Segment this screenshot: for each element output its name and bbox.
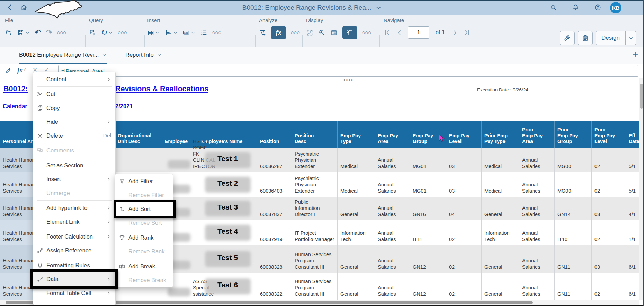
cell-parea[interactable]: Annual Salaries	[375, 220, 410, 245]
cell-parea[interactable]: Annual Salaries	[375, 172, 410, 197]
cell-pdesc[interactable]: Human Services Program Consultant III	[292, 245, 338, 273]
column-header-prgroup[interactable]: Prior Emp Pay Group	[555, 121, 592, 148]
column-header-prtype[interactable]: Prior Emp Pay Type	[482, 121, 519, 148]
bell-icon[interactable]	[572, 4, 579, 11]
clipboard-button[interactable]	[578, 31, 593, 45]
cell-prtype[interactable]: Medical	[482, 172, 519, 197]
table-button[interactable]	[147, 26, 160, 39]
column-header-pos[interactable]: Position	[257, 121, 292, 148]
bar-chart-button[interactable]	[165, 26, 178, 39]
cell-plevel[interactable]: 02	[446, 273, 482, 300]
cell-pgroup[interactable]: GN16	[410, 197, 446, 220]
cell-prarea[interactable]: Annual Salaries	[519, 197, 555, 220]
cell-prtype[interactable]: General	[482, 197, 519, 220]
drag-handle-dots[interactable]: ••••	[343, 77, 354, 83]
cell-prarea[interactable]: Annual Salaries	[519, 148, 555, 172]
menu-item-insert[interactable]: Insert	[33, 172, 115, 186]
cell-name[interactable]: Test 5	[198, 245, 257, 273]
cell-parea[interactable]: Annual Salaries	[375, 273, 410, 300]
cell-prtype[interactable]: General	[482, 273, 519, 300]
search-icon[interactable]	[550, 4, 557, 11]
cell-prlevel[interactable]: 02	[592, 273, 626, 300]
cell-prarea[interactable]: Annual Salaries	[519, 172, 555, 197]
column-header-prarea[interactable]: Prior Emp Pay Area	[519, 121, 555, 148]
menu-item-content[interactable]: Content	[33, 72, 115, 86]
help-icon[interactable]: ?	[594, 4, 601, 11]
app-title-bar[interactable]: B0012: Employee Range Revisions & Rea...	[242, 4, 382, 11]
formula-input[interactable]	[58, 65, 638, 77]
cell-prlevel[interactable]: 02	[592, 148, 626, 172]
more-button[interactable]: ○○○	[57, 26, 66, 39]
cell-prgroup[interactable]: MG00	[555, 148, 592, 172]
vertical-scrollbar-thumb[interactable]	[640, 84, 643, 109]
cell-prtype[interactable]: Information Tech	[482, 220, 519, 245]
cell-prgroup[interactable]: GN14	[555, 197, 592, 220]
refresh-button[interactable]: ↻	[101, 26, 113, 39]
menu-item-add-filter[interactable]: Add Filter	[115, 174, 173, 188]
cell-prgroup[interactable]: MG00	[555, 172, 592, 197]
wrench-button[interactable]	[560, 31, 575, 45]
cell-prgroup[interactable]: IT10	[555, 220, 592, 245]
menu-item-set-as-section[interactable]: Set as Section	[33, 158, 115, 172]
more-button[interactable]: ○○○	[362, 26, 372, 39]
cell-plevel[interactable]: 02	[446, 245, 482, 273]
menu-item-cut[interactable]: Cut	[33, 87, 115, 101]
cell-plevel[interactable]: 03	[446, 148, 482, 172]
cell-pdesc[interactable]: Human Services Program Consultant III	[292, 273, 338, 300]
menu-item-assign-reference[interactable]: Assign Reference...	[33, 243, 115, 257]
column-header-parea[interactable]: Emp Pay Area	[375, 121, 410, 148]
cell-pos[interactable]: 60036287	[257, 148, 292, 172]
menu-item-copy[interactable]: Copy	[33, 101, 115, 115]
cell-prgroup[interactable]: GN11	[555, 273, 592, 300]
cell-emp[interactable]	[162, 148, 198, 172]
cell-pos[interactable]: 60038328	[257, 245, 292, 273]
nav-prev-button[interactable]	[396, 26, 403, 39]
save-button[interactable]	[17, 26, 30, 39]
cell-plevel[interactable]: 04	[446, 197, 482, 220]
menu-item-add-break[interactable]: Add Break	[115, 259, 173, 273]
cell-pos[interactable]: 60036403	[257, 172, 292, 197]
expand-button[interactable]	[306, 26, 313, 39]
edit-formula-icon[interactable]	[5, 67, 12, 74]
cell-pos[interactable]: 60038322	[257, 273, 292, 300]
cell-name[interactable]: Test 3	[198, 197, 257, 220]
design-chevron-icon[interactable]	[625, 31, 636, 45]
funnel-dot-button[interactable]	[259, 26, 266, 39]
column-header-ptype[interactable]: Emp Pay Type	[338, 121, 375, 148]
cell-prtype[interactable]: General	[482, 245, 519, 273]
menu-item-add-rank[interactable]: Add Rank	[115, 231, 173, 244]
cell-pdesc[interactable]: Public Information Director I	[292, 197, 338, 220]
cell-prlevel[interactable]: 02	[592, 172, 626, 197]
column-header-prlevel[interactable]: Prior Emp Pay Level	[592, 121, 626, 148]
cell-prlevel[interactable]: 03	[592, 245, 626, 273]
undo-button[interactable]: ↶	[35, 26, 41, 39]
chevron-down-icon[interactable]	[102, 53, 107, 57]
cell-ptype[interactable]: Medical	[338, 148, 375, 172]
abc-button[interactable]: abc	[182, 26, 195, 39]
column-header-pdesc[interactable]: Position Desc	[292, 121, 338, 148]
tab-report-info[interactable]: Report Info	[125, 47, 162, 63]
cell-pdesc[interactable]: Psychiatric Physician Extender	[292, 172, 338, 197]
cell-plevel[interactable]: 03	[446, 172, 482, 197]
chevron-down-icon[interactable]	[157, 53, 162, 57]
cell-pgroup[interactable]: MG01	[410, 148, 446, 172]
nav-last-button[interactable]	[463, 26, 471, 39]
cell-prlevel[interactable]: 02	[592, 220, 626, 245]
cell-name[interactable]: Test 6	[198, 273, 257, 300]
cell-prarea[interactable]: Annual Salaries	[519, 220, 555, 245]
cell-prlevel[interactable]: 03	[592, 197, 626, 220]
cell-ptype[interactable]: General	[338, 273, 375, 300]
menu-item-element-link[interactable]: Element Link	[33, 215, 115, 229]
home-icon[interactable]	[20, 4, 27, 11]
column-header-plevel[interactable]: Emp Pay Level	[446, 121, 482, 148]
more-button[interactable]: ○○○	[291, 26, 300, 39]
cell-prgroup[interactable]: GN11	[555, 245, 592, 273]
cell-ptype[interactable]: General	[338, 197, 375, 220]
zoom-in-button[interactable]	[318, 26, 325, 39]
cell-ptype[interactable]: General	[338, 245, 375, 273]
cell-parea[interactable]: Annual Salaries	[375, 245, 410, 273]
nav-first-button[interactable]	[384, 26, 391, 39]
cell-parea[interactable]: Annual Salaries	[375, 197, 410, 220]
page-layout-button[interactable]	[330, 26, 338, 39]
design-button[interactable]: Design	[596, 31, 625, 45]
